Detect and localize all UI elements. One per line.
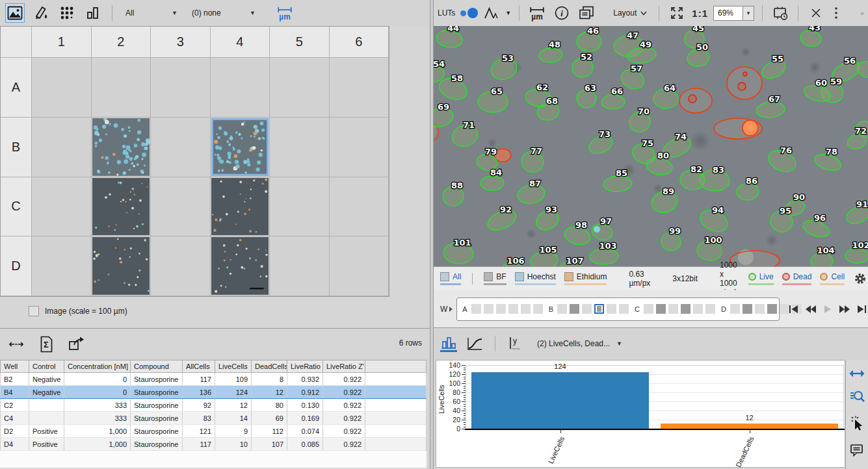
strip-well-C4[interactable] [681, 304, 690, 314]
plate-well-A3[interactable] [151, 58, 211, 118]
channel-checkbox[interactable] [515, 272, 524, 281]
plate-well-A2[interactable] [92, 58, 151, 118]
strip-well-A5[interactable] [521, 304, 531, 314]
plate-well-A4[interactable] [211, 58, 270, 118]
dose-response-mode-button[interactable] [466, 336, 483, 351]
plate-well-A5[interactable] [270, 58, 330, 118]
strip-well-C1[interactable] [644, 304, 653, 314]
plate-well-C4[interactable] [211, 177, 270, 237]
zoom-level-value[interactable]: 69% [713, 6, 743, 21]
well-thumbnail[interactable] [211, 118, 269, 176]
table-column-header[interactable]: LiveRatio Z' [323, 361, 365, 373]
channel-toggle-hoechst[interactable]: Hoechst [515, 272, 556, 285]
strip-well-A2[interactable] [484, 304, 493, 314]
well-thumbnail[interactable] [92, 178, 150, 236]
chart-series-dropdown[interactable]: (2) LiveCells, Dead... ▼ [533, 338, 626, 349]
bar-LiveCells[interactable] [471, 372, 649, 429]
plate-well-C2[interactable] [92, 177, 151, 237]
table-column-header[interactable]: Well [1, 361, 29, 373]
side-panel-button[interactable] [577, 3, 596, 23]
plate-well-B5[interactable] [270, 118, 330, 177]
image-scale-checkbox[interactable] [29, 306, 39, 316]
next-well-button[interactable] [821, 302, 834, 316]
plate-well-D6[interactable] [330, 236, 389, 296]
well-thumbnail[interactable] [211, 237, 269, 295]
timeline-view-button[interactable] [770, 3, 790, 23]
strip-well-C6[interactable] [705, 304, 715, 314]
strip-well-B1[interactable] [557, 304, 567, 314]
strip-well-B5[interactable] [607, 304, 616, 314]
bar-chart-mode-button[interactable] [440, 335, 457, 352]
population-toggle-live[interactable]: Live [748, 272, 774, 285]
overlay-select-dropdown[interactable]: (0) none ▼ [188, 7, 259, 19]
channel-toggle-bf[interactable]: BF [484, 272, 506, 285]
strip-well-A4[interactable] [508, 304, 518, 314]
microscopy-image[interactable]: 4446474948454350535254555657585960626364… [434, 26, 868, 266]
channel-checkbox[interactable] [564, 272, 573, 281]
plate-well-D2[interactable] [92, 236, 151, 296]
well-thumbnail[interactable] [92, 118, 150, 176]
export-table-button[interactable] [66, 335, 86, 354]
annotation-pen-button[interactable] [31, 3, 51, 23]
strip-well-B4[interactable] [594, 304, 604, 314]
first-well-button[interactable] [787, 302, 800, 316]
channel-checkbox[interactable] [484, 272, 493, 281]
fit-columns-button[interactable] [7, 335, 26, 354]
chart-view-button[interactable] [83, 3, 103, 23]
channel-checkbox[interactable] [440, 272, 449, 281]
plate-well-C1[interactable] [32, 177, 92, 237]
plate-well-B2[interactable] [92, 118, 151, 177]
close-viewer-button[interactable] [806, 3, 826, 23]
table-column-header[interactable]: Concentration [nM] [64, 361, 131, 373]
select-points-button[interactable] [850, 416, 864, 433]
table-column-header[interactable]: LiveCells [215, 361, 252, 373]
table-column-header[interactable]: AllCells [183, 361, 215, 373]
strip-well-D2[interactable] [743, 304, 752, 314]
results-table[interactable]: WellControlConcentration [nM]CompoundAll… [0, 360, 427, 451]
plate-well-D5[interactable] [270, 236, 330, 296]
last-well-button[interactable] [855, 302, 868, 316]
strip-well-D4[interactable] [767, 304, 777, 314]
overlay-settings-button[interactable] [853, 271, 867, 286]
strip-well-C3[interactable] [668, 304, 678, 314]
table-row-B4[interactable]: B4Negative0Staurosporine136124120.9120.9… [1, 386, 427, 399]
strip-well-D3[interactable] [755, 304, 765, 314]
zoom-dropdown-arrow[interactable]: ▼ [743, 6, 754, 21]
well-thumbnail[interactable] [92, 237, 150, 295]
strip-well-B3[interactable] [582, 304, 592, 314]
strip-well-A6[interactable] [533, 304, 543, 314]
table-row-D4[interactable]: D4Positive1,000Staurosporine117101070.08… [1, 438, 427, 451]
plate-well-A6[interactable] [330, 58, 389, 118]
fast-backward-button[interactable] [804, 302, 817, 316]
plate-well-A1[interactable] [32, 58, 92, 118]
strip-well-B2[interactable] [570, 304, 579, 314]
table-row-C4[interactable]: C4333Staurosporine8314690.1690.922 [1, 412, 427, 425]
strip-well-C5[interactable] [693, 304, 703, 314]
plate-well-C3[interactable] [151, 177, 211, 237]
strip-well-C2[interactable] [656, 304, 666, 314]
channel-toggle-ethidium[interactable]: Ethidium [564, 272, 607, 285]
strip-well-A3[interactable] [496, 304, 506, 314]
image-info-button[interactable]: i [552, 3, 572, 23]
plate-well-D3[interactable] [151, 236, 211, 296]
table-column-header[interactable]: Control [29, 361, 64, 373]
channel-select-dropdown[interactable]: All ▼ [122, 7, 181, 19]
pan-horizontal-button[interactable] [849, 369, 865, 380]
scalebar-toggle-button[interactable]: µm [275, 3, 295, 23]
dot-grid-view-button[interactable] [57, 3, 77, 23]
layout-dropdown[interactable]: Layout [609, 7, 651, 19]
luts-toggle[interactable] [460, 8, 478, 18]
strip-well-A1[interactable] [471, 304, 481, 314]
plate-well-C5[interactable] [270, 177, 330, 237]
zoom-level-combobox[interactable]: 69% ▼ [713, 6, 754, 21]
bar-chart[interactable]: LiveCells 020406080100120140124LiveCells… [436, 360, 845, 468]
annotation-button[interactable] [849, 442, 865, 460]
y-axis-settings-button[interactable]: y [507, 336, 524, 351]
plate-well-D4[interactable] [211, 236, 270, 296]
population-toggle-dead[interactable]: Dead [782, 272, 812, 285]
table-row-C2[interactable]: C2333Staurosporine9212800.1300.922 [1, 399, 427, 412]
plate-well-B1[interactable] [32, 118, 92, 177]
table-row-B2[interactable]: B2Negative0Staurosporine11710980.9320.92… [1, 373, 427, 386]
zoom-to-data-button[interactable] [849, 389, 865, 407]
chevron-down-icon[interactable]: ▼ [505, 10, 511, 16]
